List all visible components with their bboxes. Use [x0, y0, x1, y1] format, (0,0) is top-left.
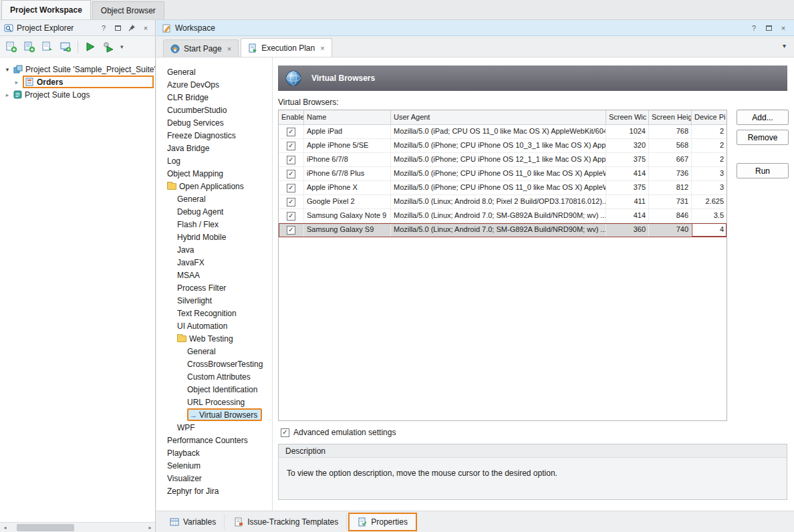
- tab-start-page[interactable]: Start Page ×: [163, 39, 239, 57]
- settings-tree-item-playback[interactable]: Playback: [156, 446, 272, 459]
- tab-label: Variables: [183, 517, 216, 527]
- settings-tree-item-general[interactable]: General: [156, 192, 272, 205]
- run-button[interactable]: Run: [737, 163, 789, 178]
- tab-variables[interactable]: Variables: [162, 514, 225, 530]
- tree-item-project-suite-logs[interactable]: ▸ Project Suite Logs: [0, 88, 155, 101]
- settings-tree-item-url-processing[interactable]: URL Processing: [156, 396, 272, 408]
- run-project-icon[interactable]: [100, 39, 116, 55]
- close-icon[interactable]: ×: [140, 23, 151, 33]
- settings-tree-item-java[interactable]: Java: [156, 243, 272, 256]
- tab-issue-tracking-templates[interactable]: Issue-Tracking Templates: [226, 514, 347, 530]
- settings-tree-item-general[interactable]: General: [156, 345, 272, 358]
- add-button[interactable]: Add...: [737, 110, 789, 125]
- remove-button[interactable]: Remove: [737, 130, 789, 145]
- tab-list-dropdown-icon[interactable]: ▾: [783, 42, 786, 49]
- float-window-icon[interactable]: [112, 23, 123, 33]
- scroll-right-icon[interactable]: ▸: [145, 525, 155, 531]
- column-header-device-pi[interactable]: Device Pi: [692, 110, 726, 124]
- virtual-browser-row-samsung-galaxy-s9[interactable]: ✓Samsung Galaxy S9Mozilla/5.0 (Linux; An…: [279, 223, 726, 237]
- orders-highlight-box[interactable]: Orders: [23, 76, 154, 88]
- settings-tree-item-visualizer[interactable]: Visualizer: [156, 472, 272, 485]
- settings-tree-item-general[interactable]: General: [156, 65, 272, 78]
- help-icon[interactable]: ?: [749, 23, 759, 33]
- settings-tree-item-debug-services[interactable]: Debug Services: [156, 116, 272, 129]
- scroll-left-icon[interactable]: ◂: [0, 525, 10, 531]
- virtual-browser-row-apple-ipad[interactable]: ✓Apple iPadMozilla/5.0 (iPad; CPU OS 11_…: [279, 125, 726, 139]
- virtual-browser-row-apple-iphone-x[interactable]: ✓Apple iPhone XMozilla/5.0 (iPhone; CPU …: [279, 181, 726, 195]
- settings-tree-item-label: Flash / Flex: [177, 220, 219, 229]
- enable-checkbox[interactable]: ✓: [287, 212, 295, 221]
- advanced-emulation-checkbox[interactable]: ✓: [281, 428, 289, 437]
- settings-tree-item-cucumberstudio[interactable]: CucumberStudio: [156, 104, 272, 116]
- run-project-suite-icon[interactable]: [82, 39, 98, 55]
- horizontal-scrollbar[interactable]: ◂ ▸: [0, 522, 155, 532]
- open-file-icon[interactable]: [39, 39, 55, 55]
- tree-item-label: Orders: [37, 78, 63, 87]
- settings-tree-item-web-testing[interactable]: Web Testing: [156, 332, 272, 345]
- enable-checkbox[interactable]: ✓: [287, 226, 295, 235]
- add-project-icon[interactable]: [21, 39, 37, 55]
- add-project-suite-icon[interactable]: [3, 39, 19, 55]
- settings-tree-item-clr-bridge[interactable]: CLR Bridge: [156, 91, 272, 104]
- run-options-dropdown-icon[interactable]: ▾: [118, 43, 126, 50]
- settings-tree-item-zephyr-for-jira[interactable]: Zephyr for Jira: [156, 485, 272, 497]
- virtual-browser-row-apple-iphone-5-se[interactable]: ✓Apple iPhone 5/SEMozilla/5.0 (iPhone; C…: [279, 139, 726, 153]
- collapsed-arrow-icon[interactable]: ▸: [4, 92, 11, 98]
- settings-tree-item-debug-agent[interactable]: Debug Agent: [156, 205, 272, 218]
- tab-project-workspace[interactable]: Project Workspace: [1, 0, 91, 19]
- enable-checkbox[interactable]: ✓: [287, 156, 295, 164]
- virtual-browser-row-samsung-galaxy-note-9[interactable]: ✓Samsung Galaxy Note 9Mozilla/5.0 (Linux…: [279, 209, 726, 223]
- enable-checkbox[interactable]: ✓: [287, 198, 295, 207]
- column-header-enable[interactable]: Enable: [279, 110, 304, 124]
- expanded-arrow-icon[interactable]: ▾: [4, 66, 11, 73]
- settings-tree-item-object-identification[interactable]: Object Identification: [156, 383, 272, 396]
- close-icon[interactable]: ×: [778, 23, 789, 33]
- settings-tree-item-object-mapping[interactable]: Object Mapping: [156, 167, 272, 180]
- settings-tree-item-virtual-browsers[interactable]: →Virtual Browsers: [156, 408, 272, 421]
- project-explorer-tree: ▾ Project Suite 'Sample_Project_Suite' (…: [0, 57, 155, 101]
- help-icon[interactable]: ?: [98, 23, 109, 33]
- virtual-browser-row-google-pixel-2[interactable]: ✓Google Pixel 2Mozilla/5.0 (Linux; Andro…: [279, 195, 726, 209]
- close-tab-icon[interactable]: ×: [320, 44, 324, 52]
- tab-execution-plan[interactable]: Execution Plan ×: [241, 38, 332, 57]
- column-header-screen-wic[interactable]: Screen Wic: [606, 110, 649, 124]
- settings-tree-item-flash-flex[interactable]: Flash / Flex: [156, 218, 272, 231]
- vb-table-header-row: EnableNameUser AgentScreen WicScreen Hei…: [279, 110, 726, 125]
- settings-tree-item-java-bridge[interactable]: Java Bridge: [156, 142, 272, 154]
- column-header-user-agent[interactable]: User Agent: [391, 110, 606, 124]
- settings-tree-item-selenium[interactable]: Selenium: [156, 459, 272, 472]
- settings-tree-item-azure-devops[interactable]: Azure DevOps: [156, 78, 272, 91]
- tree-item-orders[interactable]: ▸ Orders: [0, 76, 155, 88]
- enable-checkbox[interactable]: ✓: [287, 184, 295, 192]
- settings-tree-item-silverlight[interactable]: Silverlight: [156, 294, 272, 307]
- enable-checkbox[interactable]: ✓: [287, 142, 295, 150]
- enable-checkbox[interactable]: ✓: [287, 128, 295, 136]
- record-test-icon[interactable]: [57, 39, 74, 55]
- settings-tree-item-wpf[interactable]: WPF: [156, 421, 272, 434]
- settings-tree-item-crossbrowsertesting[interactable]: CrossBrowserTesting: [156, 358, 272, 370]
- pin-icon[interactable]: [126, 23, 137, 33]
- collapsed-arrow-icon[interactable]: ▸: [13, 79, 20, 86]
- tree-item-project-suite[interactable]: ▾ Project Suite 'Sample_Project_Suite' (…: [0, 63, 155, 76]
- settings-tree-item-javafx[interactable]: JavaFX: [156, 256, 272, 269]
- virtual-browser-row-iphone-6-7-8[interactable]: ✓iPhone 6/7/8Mozilla/5.0 (iPhone; CPU iP…: [279, 153, 726, 167]
- settings-tree-item-text-recognition[interactable]: Text Recognition: [156, 307, 272, 319]
- column-header-screen-heig[interactable]: Screen Heig: [649, 110, 692, 124]
- settings-tree-item-performance-counters[interactable]: Performance Counters: [156, 434, 272, 446]
- virtual-browser-row-iphone-6-7-8-plus[interactable]: ✓iPhone 6/7/8 PlusMozilla/5.0 (iPhone; C…: [279, 167, 726, 181]
- settings-tree-item-freeze-diagnostics[interactable]: Freeze Diagnostics: [156, 129, 272, 142]
- enable-checkbox[interactable]: ✓: [287, 170, 295, 178]
- settings-tree-item-process-filter[interactable]: Process Filter: [156, 281, 272, 294]
- settings-tree-item-log[interactable]: Log: [156, 154, 272, 167]
- tab-object-browser[interactable]: Object Browser: [92, 1, 164, 19]
- column-header-name[interactable]: Name: [304, 110, 391, 124]
- settings-tree-item-custom-attributes[interactable]: Custom Attributes: [156, 370, 272, 383]
- settings-tree-item-open-applications[interactable]: Open Applications: [156, 180, 272, 192]
- settings-tree-item-hybrid-mobile[interactable]: Hybrid Mobile: [156, 231, 272, 243]
- settings-tree-item-ui-automation[interactable]: UI Automation: [156, 319, 272, 332]
- float-window-icon[interactable]: [763, 23, 774, 33]
- scrollbar-thumb[interactable]: [17, 524, 74, 531]
- settings-tree-item-msaa[interactable]: MSAA: [156, 269, 272, 281]
- tab-properties[interactable]: Properties: [348, 513, 417, 531]
- close-tab-icon[interactable]: ×: [227, 45, 231, 53]
